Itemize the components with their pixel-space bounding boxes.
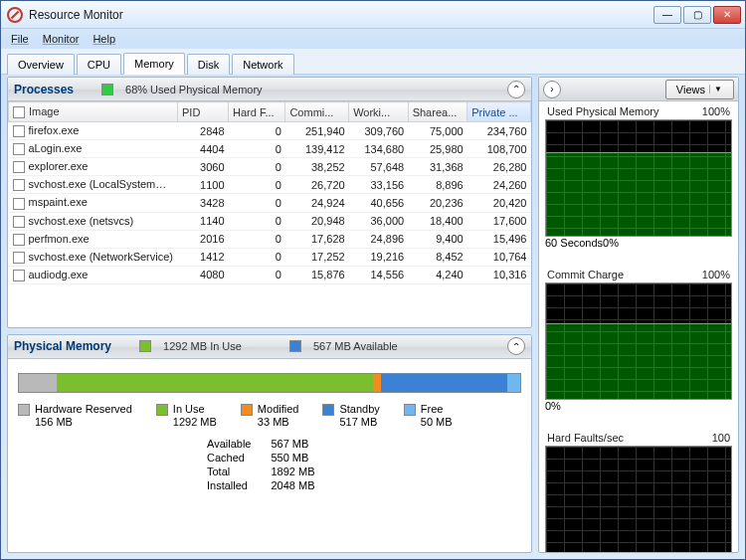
row-checkbox[interactable] [13,252,25,264]
square-icon [241,404,253,416]
chart-max: 100% [702,105,730,117]
views-button[interactable]: Views▼ [665,80,734,99]
chart-area [545,119,732,237]
col-image[interactable]: Image [9,102,178,122]
chart-area: ʌʌ.ʌ [545,446,732,552]
legend-free: Free50 MB [404,403,453,429]
row-checkbox[interactable] [13,125,25,137]
totals-values: 567 MB 550 MB 1892 MB 2048 MB [271,437,314,492]
window-buttons: — ▢ ✕ [653,6,741,24]
chart-max: 100% [702,269,730,280]
col-commit[interactable]: Commi... [285,102,349,122]
membar-free [507,374,520,392]
membar-inuse [57,374,373,392]
legend-modified: Modified33 MB [241,403,299,429]
table-row[interactable]: svchost.exe (netsvcs)1140020,94836,00018… [9,212,531,230]
tabbar: Overview CPU Memory Disk Network [1,49,745,75]
processes-panel: Processes 68% Used Physical Memory ⌃ Ima… [7,77,532,328]
tab-cpu[interactable]: CPU [77,54,121,75]
left-column: Processes 68% Used Physical Memory ⌃ Ima… [7,77,532,553]
row-checkbox[interactable] [13,161,25,173]
col-pid[interactable]: PID [178,102,229,122]
physical-header[interactable]: Physical Memory 1292 MB In Use 567 MB Av… [8,335,531,359]
tab-overview[interactable]: Overview [7,54,75,75]
chart-area [545,282,732,400]
tab-disk[interactable]: Disk [187,54,230,75]
membar-hw [19,374,57,392]
chart-bottom-right: 0% [545,400,561,412]
physical-memory-panel: Physical Memory 1292 MB In Use 567 MB Av… [7,334,532,553]
memory-totals: Available Cached Total Installed 567 MB … [207,437,521,492]
table-row[interactable]: audiodg.exe4080015,87614,5564,24010,316 [9,266,531,283]
window-title: Resource Monitor [29,8,123,22]
table-row[interactable]: aLogin.exe44040139,412134,68025,980108,7… [9,140,531,158]
col-shareable[interactable]: Sharea... [408,102,467,122]
chart-max: 100 [712,432,730,444]
tab-network[interactable]: Network [232,54,293,75]
close-button[interactable]: ✕ [713,6,741,24]
select-all-checkbox[interactable] [13,106,25,118]
menubar: File Monitor Help [1,29,745,49]
row-checkbox[interactable] [13,198,25,210]
avail-swatch-icon [289,340,301,352]
row-checkbox[interactable] [13,216,25,228]
col-working[interactable]: Worki... [349,102,409,122]
menu-file[interactable]: File [11,33,29,45]
row-checkbox[interactable] [13,270,25,281]
col-private[interactable]: Private ... [467,102,531,122]
table-row[interactable]: firefox.exe28480251,940309,76075,000234,… [9,122,531,140]
chart-0: Used Physical Memory100%60 Seconds0% [545,105,732,263]
charts-collapse-button[interactable]: › [543,81,561,98]
menu-help[interactable]: Help [93,33,115,45]
maximize-button[interactable]: ▢ [683,6,711,24]
content-area: Processes 68% Used Physical Memory ⌃ Ima… [7,77,739,553]
row-checkbox[interactable] [13,234,25,246]
charts-header: › Views▼ [539,78,738,101]
table-row[interactable]: mspaint.exe3428024,92440,65620,23620,420 [9,194,531,212]
membar-standby [381,374,507,392]
legend-standby: Standby517 MB [322,403,379,429]
chevron-down-icon: ▼ [709,85,723,93]
app-icon [7,7,23,23]
titlebar[interactable]: Resource Monitor — ▢ ✕ [1,1,745,29]
chart-1: Commit Charge100%0% [545,269,732,426]
physical-body: Hardware Reserved156 MB In Use1292 MB Mo… [8,359,531,500]
processes-stat: 68% Used Physical Memory [125,84,263,95]
chart-title: Used Physical Memory [547,105,658,117]
totals-labels: Available Cached Total Installed [207,437,251,492]
charts-panel: › Views▼ Used Physical Memory100%60 Seco… [538,77,739,553]
row-checkbox[interactable] [13,179,25,191]
square-icon [322,404,334,416]
square-icon [18,404,30,416]
minimize-button[interactable]: — [653,6,681,24]
table-row[interactable]: explorer.exe3060038,25257,64831,36826,28… [9,158,531,176]
tab-memory[interactable]: Memory [123,53,185,75]
physical-inuse-stat: 1292 MB In Use [163,340,242,352]
memory-bar [18,373,521,393]
table-row[interactable]: svchost.exe (LocalSystemNet...1100026,72… [9,176,531,194]
inuse-swatch-icon [139,340,151,352]
processes-table: Image PID Hard F... Commi... Worki... Sh… [8,101,531,284]
menu-monitor[interactable]: Monitor [43,33,80,45]
memory-legend: Hardware Reserved156 MB In Use1292 MB Mo… [18,403,521,429]
chart-bottom-left: 60 Seconds [545,237,603,249]
table-row[interactable]: perfmon.exe2016017,62824,8969,40015,496 [9,230,531,248]
charts-body: Used Physical Memory100%60 Seconds0%Comm… [539,101,738,552]
col-hardfaults[interactable]: Hard F... [229,102,285,122]
resource-monitor-window: Resource Monitor — ▢ ✕ File Monitor Help… [0,0,746,560]
square-icon [156,404,168,416]
physical-collapse-button[interactable]: ⌃ [507,337,525,355]
right-column: › Views▼ Used Physical Memory100%60 Seco… [538,77,739,553]
table-header-row: Image PID Hard F... Commi... Worki... Sh… [9,102,531,122]
processes-header[interactable]: Processes 68% Used Physical Memory ⌃ [8,78,531,101]
processes-collapse-button[interactable]: ⌃ [507,81,525,98]
processes-table-scroll[interactable]: Image PID Hard F... Commi... Worki... Sh… [8,101,531,327]
row-checkbox[interactable] [13,143,25,155]
chart-2: Hard Faults/sec100ʌʌ.ʌ0 [545,432,732,552]
chart-title: Commit Charge [547,269,624,280]
chart-title: Hard Faults/sec [547,432,624,444]
square-icon [404,404,416,416]
membar-modified [373,374,381,392]
table-row[interactable]: svchost.exe (NetworkService)1412017,2521… [9,248,531,266]
legend-inuse: In Use1292 MB [156,403,217,429]
